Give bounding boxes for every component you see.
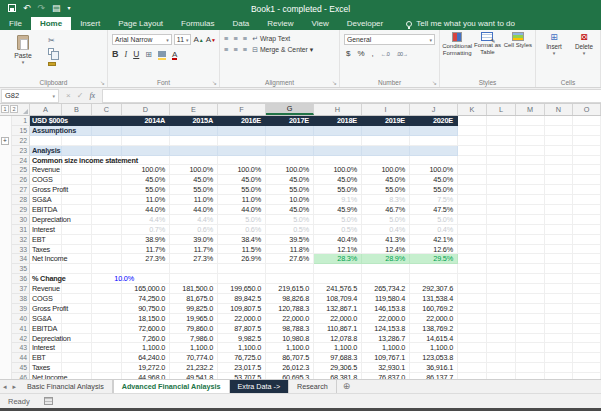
cell-B22[interactable] xyxy=(62,136,92,146)
cell-L40[interactable] xyxy=(487,314,516,324)
cell-D15[interactable] xyxy=(122,126,170,136)
outline-level-2-button[interactable]: 2 xyxy=(10,105,18,113)
cell-O28[interactable] xyxy=(573,195,601,205)
cell-L36[interactable] xyxy=(487,274,516,284)
cell-M38[interactable] xyxy=(516,294,545,304)
cell-C33[interactable] xyxy=(92,245,122,255)
row-header-29[interactable]: 29 xyxy=(12,205,30,215)
cell-M33[interactable] xyxy=(516,245,545,255)
cell-H26[interactable]: 45.0% xyxy=(314,175,362,185)
cell-I31[interactable]: 0.4% xyxy=(362,225,410,235)
conditional-formatting-button[interactable]: Conditional Formatting xyxy=(442,32,472,79)
percent-style-icon[interactable]: % xyxy=(357,49,364,58)
cell-E34[interactable]: 27.3% xyxy=(170,254,218,264)
cell-D32[interactable]: 38.9% xyxy=(122,235,170,245)
cell-O36[interactable] xyxy=(573,274,601,284)
cell-H27[interactable]: 55.0% xyxy=(314,185,362,195)
cell-A35[interactable] xyxy=(30,264,62,274)
cell-J23[interactable] xyxy=(410,146,458,156)
cell-D46[interactable]: 44,968.0 xyxy=(122,373,170,379)
cell-E44[interactable]: 70,774.0 xyxy=(170,353,218,363)
font-size-select[interactable]: 11 ▾ xyxy=(174,34,192,45)
cell-K46[interactable] xyxy=(458,373,487,379)
cell-J39[interactable]: 160,769.2 xyxy=(410,304,458,314)
cell-B38[interactable] xyxy=(62,294,92,304)
cell-A24[interactable]: Common size income statement xyxy=(30,156,62,166)
cell-N33[interactable] xyxy=(545,245,573,255)
cell-C32[interactable] xyxy=(92,235,122,245)
cell-G34[interactable]: 27.6% xyxy=(266,254,314,264)
cell-styles-button[interactable]: Cell Styles xyxy=(503,32,533,79)
cell-A40[interactable]: SG&A xyxy=(30,314,62,324)
column-header-N[interactable]: N xyxy=(545,104,573,115)
cell-A37[interactable]: Revenue xyxy=(30,284,62,294)
cell-A38[interactable]: COGS xyxy=(30,294,62,304)
cell-K26[interactable] xyxy=(458,175,487,185)
cell-D34[interactable]: 27.3% xyxy=(122,254,170,264)
cell-H45[interactable]: 29,306.5 xyxy=(314,363,362,373)
cell-A34[interactable]: Net Income xyxy=(30,254,62,264)
cell-M35[interactable] xyxy=(516,264,545,274)
cell-O46[interactable] xyxy=(573,373,601,379)
cell-H43[interactable]: 1,100.0 xyxy=(314,343,362,353)
cell-E1[interactable]: 2015A xyxy=(170,116,218,126)
cell-H32[interactable]: 40.4% xyxy=(314,235,362,245)
row-header-46[interactable]: 46 xyxy=(12,373,30,379)
cell-N29[interactable] xyxy=(545,205,573,215)
cell-N43[interactable] xyxy=(545,343,573,353)
cell-M27[interactable] xyxy=(516,185,545,195)
cell-A27[interactable]: Gross Profit xyxy=(30,185,62,195)
align-top-icon[interactable]: ≡ xyxy=(224,34,228,43)
cell-C39[interactable] xyxy=(92,304,122,314)
cell-L38[interactable] xyxy=(487,294,516,304)
cell-L26[interactable] xyxy=(487,175,516,185)
cell-E29[interactable]: 44.0% xyxy=(170,205,218,215)
cell-E42[interactable]: 7,986.0 xyxy=(170,334,218,344)
cell-H46[interactable]: 68,381.8 xyxy=(314,373,362,379)
cell-N31[interactable] xyxy=(545,225,573,235)
cell-B29[interactable] xyxy=(62,205,92,215)
cell-N37[interactable] xyxy=(545,284,573,294)
row-header-42[interactable]: 42 xyxy=(12,334,30,344)
macro-record-icon[interactable] xyxy=(44,397,53,405)
cell-G31[interactable]: 0.5% xyxy=(266,225,314,235)
cell-C22[interactable] xyxy=(92,136,122,146)
cell-I27[interactable]: 55.0% xyxy=(362,185,410,195)
cell-K41[interactable] xyxy=(458,324,487,334)
cell-O39[interactable] xyxy=(573,304,601,314)
cell-J33[interactable]: 12.6% xyxy=(410,245,458,255)
merge-center-button[interactable]: ⊟ Merge & Center ▾ xyxy=(252,46,313,54)
row-header-25[interactable]: 25 xyxy=(12,165,30,175)
cell-M43[interactable] xyxy=(516,343,545,353)
cell-J42[interactable]: 14,615.4 xyxy=(410,334,458,344)
cell-E15[interactable] xyxy=(170,126,218,136)
row-header-43[interactable]: 43 xyxy=(12,343,30,353)
cell-G41[interactable]: 98,788.3 xyxy=(266,324,314,334)
cell-J15[interactable] xyxy=(410,126,458,136)
cell-M31[interactable] xyxy=(516,225,545,235)
cell-N35[interactable] xyxy=(545,264,573,274)
ribbon-tab-file[interactable]: File xyxy=(0,17,31,30)
cell-C40[interactable] xyxy=(92,314,122,324)
italic-button[interactable]: I xyxy=(125,50,128,59)
row-header-28[interactable]: 28 xyxy=(12,195,30,205)
cell-N41[interactable] xyxy=(545,324,573,334)
cell-L25[interactable] xyxy=(487,165,516,175)
cell-K35[interactable] xyxy=(458,264,487,274)
cell-E32[interactable]: 39.0% xyxy=(170,235,218,245)
align-bottom-icon[interactable]: ≡ xyxy=(243,34,247,43)
cell-F28[interactable]: 11.0% xyxy=(218,195,266,205)
cell-I43[interactable]: 1,100.0 xyxy=(362,343,410,353)
cell-E33[interactable]: 11.7% xyxy=(170,245,218,255)
cell-K38[interactable] xyxy=(458,294,487,304)
cell-I25[interactable]: 100.0% xyxy=(362,165,410,175)
cell-H35[interactable] xyxy=(314,264,362,274)
cell-B26[interactable] xyxy=(62,175,92,185)
cell-K1[interactable] xyxy=(458,116,487,126)
decrease-decimal-icon[interactable]: .00→ xyxy=(396,51,407,57)
cell-G40[interactable]: 22,000.0 xyxy=(266,314,314,324)
cell-M42[interactable] xyxy=(516,334,545,344)
cell-F24[interactable] xyxy=(218,156,266,166)
cell-D35[interactable] xyxy=(122,264,170,274)
column-header-J[interactable]: J xyxy=(410,104,458,115)
